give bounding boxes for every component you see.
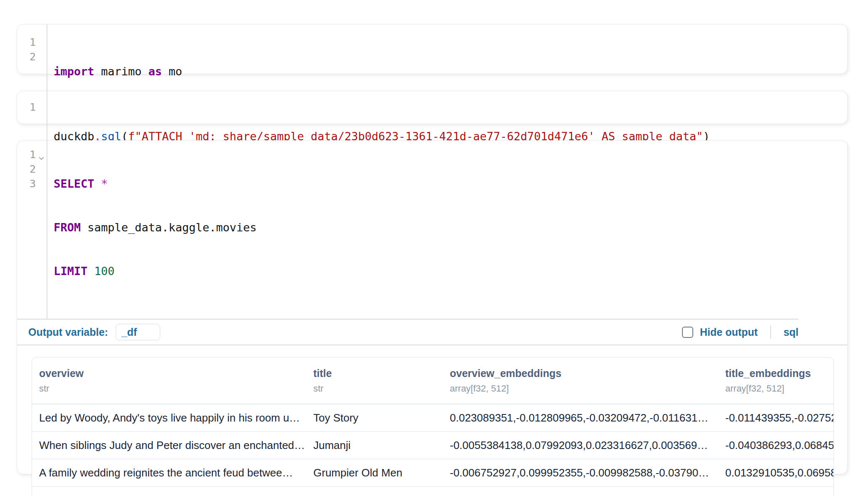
code-token: SELECT	[54, 177, 94, 190]
cell-title: Jumanji	[306, 432, 443, 459]
cell-overview-embeddings: -0.0055384138,0.07992093,0.023316627,0.0…	[443, 432, 718, 459]
code-token: LIMIT	[54, 265, 87, 278]
code-token: 100	[94, 265, 115, 278]
line-number: 1	[17, 35, 47, 50]
code-token	[94, 177, 101, 190]
code-line: import marimo as mo	[54, 64, 847, 79]
cell-overview: A family wedding reignites the ancient f…	[32, 459, 306, 486]
fold-chevron-icon[interactable]	[38, 151, 45, 158]
cell-title-embeddings: 0.01755858,-0.0086286	[718, 486, 833, 496]
cell-output-area: overview str title str overview_embeddin…	[17, 345, 847, 496]
line-number-gutter: 1 2 3	[17, 141, 47, 319]
line-number: 2	[17, 162, 47, 176]
cell-overview-embeddings: -0.006752927,0.099952355,-0.009982588,-0…	[443, 459, 718, 486]
output-variable-input[interactable]	[116, 324, 160, 340]
code-token	[87, 265, 94, 278]
line-number: 3	[17, 176, 47, 191]
cell-overview: When siblings Judy and Peter discover an…	[32, 432, 306, 459]
cell-title: Waiting to Exhale	[306, 486, 443, 496]
code-line: SELECT *	[54, 176, 847, 191]
cell-overview-embeddings: 0.023089351,-0.012809965,-0.03209472,-0.…	[443, 404, 718, 432]
line-number: 1	[17, 100, 47, 114]
code-token: as	[149, 65, 162, 78]
code-line: FROM sample_data.kaggle.movies	[54, 220, 847, 235]
table-row[interactable]: When siblings Judy and Peter discover an…	[32, 432, 833, 459]
hide-output-label[interactable]: Hide output	[700, 326, 758, 338]
table-header-row: overview str title str overview_embeddin…	[32, 357, 833, 404]
vertical-separator	[770, 325, 771, 339]
cell-title: Toy Story	[306, 404, 443, 432]
code-editor[interactable]: SELECT * FROM sample_data.kaggle.movies …	[47, 141, 847, 319]
cell-title-embeddings: 0.0132910535,0.069585	[718, 459, 833, 486]
column-dtype: str	[313, 384, 439, 394]
cell-title-embeddings: -0.040386293,0.068451	[718, 432, 833, 459]
column-dtype: array[f32, 512]	[450, 384, 715, 394]
code-line: LIMIT 100	[54, 264, 847, 278]
cell-title-embeddings: -0.011439355,-0.027525	[718, 404, 833, 432]
code-token: FROM	[54, 221, 81, 234]
line-number: 2	[17, 50, 47, 64]
code-token: mo	[162, 65, 182, 78]
notebook-cell-sql: 1 2 3 SELECT * FROM sample_data.kaggle.m…	[17, 140, 848, 474]
column-header-title[interactable]: title str	[306, 357, 443, 404]
cell-overview: Led by Woody, Andy's toys live happily i…	[32, 404, 306, 432]
cell-overview-embeddings: -0.009417406,0.07860214,-0.023279453,0.0…	[443, 486, 718, 496]
code-token: *	[101, 177, 108, 190]
code-token: marimo	[94, 65, 149, 78]
dataframe-table: overview str title str overview_embeddin…	[32, 357, 834, 496]
output-variable-label: Output variable:	[28, 326, 108, 338]
cell-overview: Cheated on, mistreated and stepped on, t…	[32, 486, 306, 496]
notebook-cell-attach: 1 duckdb.sql(f"ATTACH 'md:_share/sample_…	[17, 91, 848, 124]
cell-title: Grumpier Old Men	[306, 459, 443, 486]
table-row[interactable]: Cheated on, mistreated and stepped on, t…	[32, 486, 833, 496]
language-badge[interactable]: sql	[784, 326, 799, 338]
notebook-cell-imports: 1 2 import marimo as mo import duckdb	[17, 24, 848, 74]
column-dtype: array[f32, 512]	[725, 384, 830, 394]
table-row[interactable]: A family wedding reignites the ancient f…	[32, 459, 833, 486]
code-token: sample_data.kaggle.movies	[81, 221, 257, 234]
column-dtype: str	[39, 384, 303, 394]
column-header-title-embeddings[interactable]: title_embeddings array[f32, 512]	[718, 357, 833, 404]
line-number: 1	[17, 147, 47, 162]
table-row[interactable]: Led by Woody, Andy's toys live happily i…	[32, 404, 833, 432]
code-token: import	[54, 65, 94, 78]
hide-output-checkbox[interactable]	[682, 327, 693, 338]
column-header-overview-embeddings[interactable]: overview_embeddings array[f32, 512]	[443, 357, 718, 404]
column-header-overview[interactable]: overview str	[32, 357, 306, 404]
